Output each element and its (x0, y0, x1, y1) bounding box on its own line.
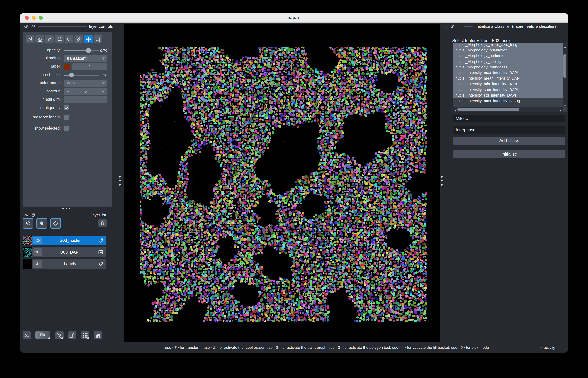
decrement-button[interactable]: − (64, 88, 72, 95)
increment-button[interactable]: + (99, 96, 107, 103)
tag-icon (98, 261, 103, 267)
preserve-labels-checkbox[interactable] (64, 115, 69, 120)
color-picker-button[interactable] (74, 35, 83, 43)
layer-name: B03_DAPI (42, 250, 98, 255)
feature-item[interactable]: nuclei_Intensity_max_intensity_nanog (453, 98, 563, 104)
color-mode-dropdown[interactable]: auto (64, 80, 107, 86)
opacity-slider[interactable] (64, 47, 99, 53)
decrement-button[interactable]: − (72, 63, 80, 70)
right-splitter-handle[interactable] (441, 176, 442, 185)
layer-row-Labels[interactable]: Labels (23, 259, 106, 269)
increment-button[interactable]: + (99, 63, 107, 70)
close-icon[interactable] (444, 25, 448, 28)
layer-visibility-button[interactable] (33, 260, 42, 268)
feature-item[interactable]: nuclei_Morphology_solidity (453, 59, 563, 64)
contiguous-checkbox[interactable] (64, 105, 69, 110)
delete-layer-button[interactable] (98, 219, 107, 227)
vertical-scrollbar[interactable] (563, 43, 567, 107)
nuclei-segmentation-image[interactable] (140, 47, 428, 322)
layer-body[interactable]: Labels (32, 259, 106, 269)
home-reset-view-button[interactable] (94, 331, 102, 339)
layer-visibility-button[interactable] (33, 248, 42, 256)
polygon-tool-button[interactable] (55, 35, 64, 43)
paint-brush-button[interactable] (45, 35, 54, 43)
feature-item[interactable]: nuclei_Intensity_mean_intensity_DAPI (453, 75, 563, 81)
layer-row-B03_DAPI[interactable]: B03_DAPI (23, 247, 106, 257)
brush-size-value: 10 (99, 73, 107, 77)
console-button[interactable] (23, 331, 31, 339)
horizontal-scrollbar[interactable] (453, 107, 563, 112)
transpose-dimensions-button[interactable] (68, 331, 76, 339)
n-edit-dim-spinbox[interactable]: − 2 + (64, 96, 107, 103)
decrement-button[interactable]: − (64, 96, 72, 103)
brush-size-slider[interactable] (64, 72, 99, 78)
picker-icon (76, 36, 82, 42)
feature-rows: nuclei_Morphology_minor_axis_lengthnucle… (453, 43, 563, 107)
scroll-left-icon[interactable] (453, 108, 457, 111)
chevron-down-icon (102, 57, 105, 60)
layer-row-B03_nuclei[interactable]: B03_nuclei (23, 236, 106, 245)
transform-button[interactable] (94, 35, 102, 43)
feature-list[interactable]: nuclei_Morphology_minor_axis_lengthnucle… (453, 43, 567, 112)
blending-dropdown[interactable]: translucent (64, 55, 107, 62)
contour-spinbox[interactable]: − 0 + (64, 88, 107, 95)
controls-rows: opacity: 0.70 blending: translucent (23, 47, 112, 135)
shuffle-colors-button[interactable] (26, 35, 34, 43)
vertical-scroll-handle[interactable] (563, 54, 566, 78)
feature-item[interactable]: nuclei_Morphology_perimeter (453, 53, 563, 59)
scroll-right-icon[interactable] (559, 108, 563, 111)
ndisplay-toggle-button[interactable] (36, 331, 51, 339)
hide-dock-icon[interactable] (24, 24, 28, 29)
fill-bucket-button[interactable] (64, 35, 73, 43)
shuffle-icon (27, 36, 33, 42)
new-labels-layer-button[interactable] (50, 218, 61, 229)
label-label: label: (23, 65, 64, 69)
layer-body[interactable]: B03_nuclei (32, 236, 106, 245)
hide-dock-icon[interactable] (450, 24, 455, 29)
layer-visibility-button[interactable] (33, 237, 42, 244)
transform-icon (95, 36, 101, 42)
titlebar: napari (20, 13, 568, 23)
layer-name: Labels (42, 261, 98, 266)
initialize-button[interactable]: Initialize (453, 150, 565, 158)
label-spinbox[interactable]: − 1 + (72, 63, 107, 70)
layer-list-header: layer list (24, 212, 106, 218)
class-name-input-1[interactable]: Mitotic (453, 115, 565, 122)
feature-item[interactable]: nuclei_Morphology_minor_axis_length (453, 43, 563, 47)
float-dock-icon[interactable] (457, 24, 462, 29)
feature-item[interactable]: nuclei_Intensity_sum_intensity_DAPI (453, 87, 563, 92)
ndisplay-icon (40, 332, 46, 338)
hide-dock-icon[interactable] (24, 213, 28, 217)
feature-item[interactable]: nuclei_Intensity_std_intensity_DAPI (453, 92, 563, 98)
viewer-canvas-area[interactable] (124, 24, 440, 342)
scroll-down-icon[interactable] (563, 103, 567, 106)
label-eraser-button[interactable] (35, 35, 44, 43)
layer-controls-title: layer controls (89, 24, 113, 28)
float-dock-icon[interactable] (31, 213, 35, 217)
layer-body[interactable]: B03_DAPI (32, 247, 106, 257)
move-icon (85, 36, 91, 42)
roll-dimensions-button[interactable] (55, 331, 63, 339)
scroll-up-icon[interactable] (563, 44, 567, 48)
label-color-swatch[interactable] (64, 64, 70, 70)
increment-button[interactable]: + (99, 88, 107, 95)
layer-list-title: layer list (92, 213, 106, 217)
eye-icon (35, 249, 40, 255)
pan-zoom-button[interactable] (84, 35, 93, 43)
classifier-title: Initialize a Classifier (napari feature … (475, 24, 556, 28)
new-shapes-layer-button[interactable] (37, 218, 47, 229)
float-dock-icon[interactable] (31, 24, 35, 29)
add-class-button[interactable]: Add Class (453, 137, 565, 145)
new-points-layer-button[interactable] (23, 218, 33, 229)
horizontal-scroll-handle[interactable] (458, 108, 519, 111)
class-name-input-2[interactable]: Interphase (453, 126, 565, 134)
feature-item[interactable]: nuclei_Intensity_max_intensity_DAPI (453, 70, 563, 75)
feature-item[interactable]: nuclei_Morphology_roundness (453, 64, 563, 70)
grid-view-button[interactable] (81, 331, 89, 339)
dock-splitter-handle[interactable] (62, 208, 70, 209)
feature-item[interactable]: nuclei_Morphology_orientation (453, 47, 563, 53)
feature-item[interactable]: nuclei_Intensity_min_intensity_DAPI (453, 81, 563, 87)
left-splitter-handle[interactable] (119, 176, 121, 185)
activity-button[interactable]: activity (539, 345, 555, 350)
show-selected-checkbox[interactable] (64, 126, 69, 131)
